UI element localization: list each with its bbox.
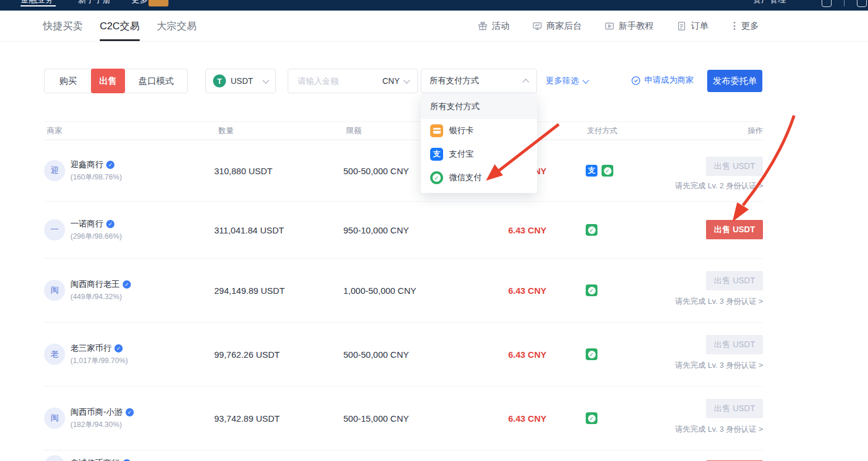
price-cell: 6.43 CNY [478,225,546,235]
merchant-name[interactable]: 闽西商行老王✓ [70,279,131,290]
kyc-note[interactable]: 请先完成 Lv. 3 身份认证 > [675,296,763,307]
dropdown-option-bank-card[interactable]: 银行卡 [421,119,537,143]
option-label: 银行卡 [449,126,474,136]
payment-icons-cell: ✓ [586,348,597,360]
price-cell: 6.43 CNY [478,286,546,296]
chevron-down-icon [582,77,589,83]
merchant-cell: 一 一诺商行✓ (296单/98.66%) [44,219,122,242]
header-action: 操作 [748,122,763,140]
sell-usdt-button[interactable]: 出售 USDT [706,220,763,239]
limit-cell: 500-50,000 CNY [343,166,409,176]
price-cell: 6.43 CNY [478,350,546,360]
kyc-note[interactable]: 请先完成 Lv. 3 身份认证 > [675,424,763,435]
tab-block-trade[interactable]: 大宗交易 [157,11,197,41]
currency-value[interactable]: CNY [382,76,400,86]
merchant-name[interactable]: 鑫诚信币商行✓ [70,458,131,461]
publish-order-button[interactable]: 发布委托单 [707,70,762,92]
merchant-name-text: 闽西商行老王 [70,279,120,290]
merchant-orders: (160单/98.76%) [70,172,122,182]
bank-card-icon [430,124,443,137]
kyc-note[interactable]: 请先完成 Lv. 2 身份认证 > [675,181,763,191]
nav-item-more[interactable]: 更多 [131,0,148,5]
merchant-name[interactable]: 迎鑫商行✓ [70,160,122,170]
sell-mode-button[interactable]: 出售 [91,69,125,93]
sell-usdt-button[interactable]: 出售 USDT [706,157,763,176]
link-more[interactable]: 更多 [731,21,759,32]
offer-row: 一 一诺商行✓ (296单/98.66%) 311,041.84 USDT 95… [44,202,763,259]
dropdown-option-all[interactable]: 所有支付方式 [421,94,537,119]
active-tab-underline [100,39,140,41]
merchant-name[interactable]: 闽西币商-小游✓ [70,407,134,418]
verified-badge-icon: ✓ [123,280,131,289]
apply-merchant-label: 申请成为商家 [644,75,694,86]
nav-item-assets[interactable]: 资产管理 [753,0,786,5]
merchant-avatar: 老 [44,344,65,365]
link-beginner-tutorial[interactable]: 新手教程 [604,21,654,32]
wallet-icon[interactable] [857,0,867,7]
dropdown-option-alipay[interactable]: 支 支付宝 [421,143,537,166]
coin-select[interactable]: T USDT [205,69,276,93]
payment-filter-select[interactable]: 所有支付方式 [421,69,537,93]
amount-input[interactable] [296,76,379,86]
tab-label: 大宗交易 [157,19,197,33]
limit-cell: 950-10,000 CNY [343,225,409,235]
sell-usdt-button[interactable]: 出售 USDT [706,335,763,354]
buy-mode-button[interactable]: 购买 [45,69,91,93]
toolbar-links: 活动 商家后台 新手教程 订单 更多 [478,11,759,41]
tab-label: 快捷买卖 [43,19,83,33]
kyc-note[interactable]: 请先完成 Lv. 3 身份认证 > [675,360,763,371]
verified-badge-icon: ✓ [106,220,114,228]
dropdown-option-wechat-pay[interactable]: ✓ 微信支付 [421,166,537,189]
offers-table: 商家 数量 限额 支付方式 操作 迎 迎鑫商行✓ (160单/98.76%) 3… [44,121,763,461]
c2c-trading-page: 金融业务 新手手册 更多 资产管理 快捷买卖 C2C交易 大宗交易 活动 商家后… [0,0,868,461]
merchant-cell: 闽 闽西商行老王✓ (449单/94.32%) [44,279,131,302]
alipay-icon: 支 [586,165,597,177]
merchant-name-text: 闽西币商-小游 [70,407,123,418]
link-orders[interactable]: 订单 [677,21,708,32]
trade-mode-group: 购买 出售 盘口模式 [44,69,188,93]
limit-cell: 1,000-50,000 CNY [343,286,416,296]
orderbook-mode-button[interactable]: 盘口模式 [125,69,187,93]
gift-icon [478,21,488,31]
header-amount: 数量 [218,122,234,140]
payment-dropdown-menu: 所有支付方式 银行卡 支 支付宝 ✓ 微信支付 [421,94,537,193]
offer-row: 迎 迎鑫商行✓ (160单/98.76%) 310,880 USDT 500-5… [44,140,763,202]
link-label: 订单 [691,21,708,32]
tab-quick-trade[interactable]: 快捷买卖 [43,11,83,41]
merchant-name-text: 迎鑫商行 [70,160,103,170]
profile-icon[interactable] [822,0,832,7]
merchant-name[interactable]: 老三家币行✓ [70,343,128,354]
link-label: 新手教程 [619,21,654,32]
payment-icons-cell: ✓ [586,412,597,424]
new-badge [148,0,168,6]
merchant-avatar: 闽 [44,408,65,429]
apply-merchant-link[interactable]: 申请成为商家 [631,75,694,86]
table-header: 商家 数量 限额 支付方式 操作 [44,121,763,140]
header-payment: 支付方式 [587,122,617,140]
merchant-cell: 老 老三家币行✓ (1,017单/99.70%) [44,343,128,366]
link-activity[interactable]: 活动 [478,21,509,32]
merchant-cell: 闽 闽西币商-小游✓ (182单/94.30%) [44,407,134,430]
tab-c2c-trade[interactable]: C2C交易 [100,11,140,41]
wechat-pay-icon: ✓ [430,171,443,184]
merchant-orders: (182单/94.30%) [70,420,134,430]
amount-cell: 93,742.89 USDT [214,413,280,423]
tether-icon: T [213,74,226,87]
link-label: 商家后台 [546,21,582,32]
more-dots-icon [731,22,737,30]
more-filters-link[interactable]: 更多筛选 [546,76,588,86]
sell-usdt-button[interactable]: 出售 USDT [706,399,763,418]
nav-item-guide[interactable]: 新手手册 [78,0,111,5]
limit-cell: 500-15,000 CNY [343,413,409,423]
merchant-name-text: 一诺商行 [70,219,103,229]
tab-bar: 快捷买卖 C2C交易 大宗交易 活动 商家后台 新手教程 订单 [0,11,868,42]
merchant-name[interactable]: 一诺商行✓ [70,219,122,229]
nav-item-finance[interactable]: 金融业务 [21,0,53,5]
link-merchant-console[interactable]: 商家后台 [532,21,582,32]
merchant-name-text: 老三家币行 [70,343,112,354]
top-navbar: 金融业务 新手手册 更多 资产管理 [0,0,868,11]
document-icon [677,21,687,31]
sell-usdt-button[interactable]: 出售 USDT [706,271,763,290]
chevron-up-icon [522,79,529,85]
verified-badge-icon: ✓ [106,161,114,169]
